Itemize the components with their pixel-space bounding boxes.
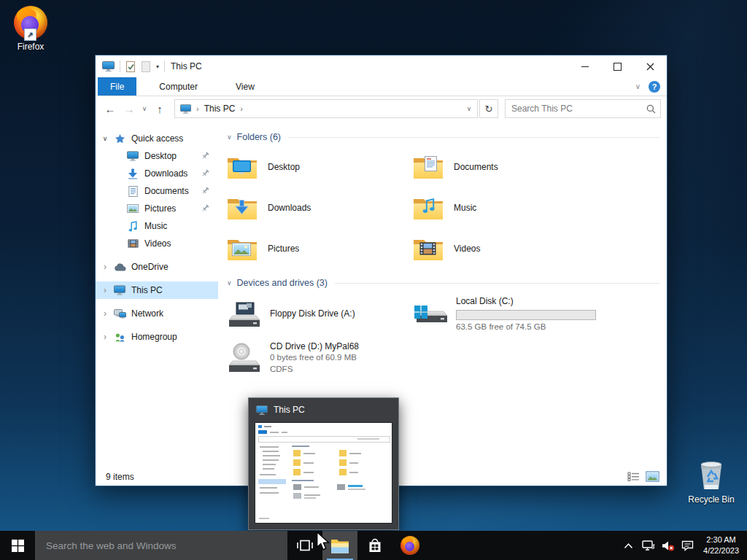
pictures-overlay-icon <box>232 243 251 256</box>
folder-tile-music[interactable]: Music <box>413 187 599 228</box>
cd-free-text: 0 bytes free of 60.9 MB <box>270 352 359 364</box>
sidebar-item-desktop[interactable]: Desktop <box>96 147 218 165</box>
maximize-button[interactable] <box>601 55 634 77</box>
system-tray: 2:30 AM 4/22/2023 <box>619 531 747 560</box>
details-view-button[interactable] <box>627 472 640 481</box>
desktop-icon-firefox[interactable]: ↗ Firefox <box>0 6 61 52</box>
sidebar-item-pictures[interactable]: Pictures <box>96 200 218 217</box>
recycle-bin-icon <box>696 459 727 492</box>
network-icon <box>114 309 126 319</box>
taskbar: 2:30 AM 4/22/2023 <box>0 531 747 560</box>
drive-tile-floppy-a[interactable]: Floppy Disk Drive (A:) <box>227 292 413 336</box>
start-button[interactable] <box>0 531 35 560</box>
desktop-icon-label: Firefox <box>0 42 61 52</box>
documents-icon <box>128 186 138 197</box>
sidebar-item-documents[interactable]: Documents <box>96 182 218 200</box>
address-bar[interactable]: › This PC › ∨ <box>174 99 478 118</box>
quick-access-star-icon <box>115 133 125 144</box>
chevron-down-icon[interactable]: ∨ <box>227 133 232 141</box>
taskbar-store-button[interactable] <box>357 531 392 560</box>
items-count: 9 items <box>106 472 134 482</box>
mouse-cursor <box>316 532 330 551</box>
chevron-down-icon[interactable]: ∨ <box>227 279 232 287</box>
help-button[interactable]: ? <box>649 81 660 93</box>
music-overlay-icon <box>422 198 435 214</box>
expand-ribbon-icon[interactable]: ∨ <box>635 82 640 90</box>
folder-tile-desktop[interactable]: Desktop <box>227 147 413 187</box>
tray-action-center-icon[interactable] <box>678 531 697 560</box>
large-icons-view-button[interactable] <box>646 471 659 482</box>
recent-locations-dropdown-icon[interactable]: ∨ <box>139 100 150 117</box>
this-pc-icon <box>180 104 191 114</box>
videos-overlay-icon <box>419 242 436 255</box>
explorer-search-box[interactable] <box>505 99 661 118</box>
folder-tile-documents[interactable]: Documents <box>413 147 599 187</box>
minimize-button[interactable] <box>568 55 601 77</box>
refresh-button[interactable]: ↻ <box>479 99 498 118</box>
back-button[interactable]: ← <box>101 100 119 117</box>
this-pc-icon <box>102 61 115 71</box>
navigation-pane: ∨ Quick access Desktop <box>96 121 218 467</box>
clock-date: 4/22/2023 <box>703 545 739 556</box>
breadcrumb-this-pc[interactable]: This PC <box>204 104 236 114</box>
folder-tile-videos[interactable]: Videos <box>413 228 599 269</box>
navigation-bar: ← → ∨ ↑ › This PC › ∨ ↻ <box>96 96 667 121</box>
chevron-right-icon[interactable]: › <box>101 332 109 342</box>
sidebar-item-network[interactable]: › Network <box>96 305 218 322</box>
properties-qat-icon[interactable] <box>125 61 136 72</box>
customize-qat-dropdown-icon[interactable]: ▾ <box>156 63 159 70</box>
taskbar-search-box[interactable] <box>35 531 287 560</box>
up-button[interactable]: ↑ <box>151 100 169 117</box>
taskbar-clock[interactable]: 2:30 AM 4/22/2023 <box>697 534 747 556</box>
windows-logo-icon <box>12 540 24 552</box>
desktop-overlay-icon <box>233 160 251 174</box>
tab-computer[interactable]: Computer <box>147 77 210 96</box>
tray-network-icon[interactable] <box>638 531 658 560</box>
pin-icon <box>201 152 209 162</box>
music-icon <box>128 221 137 232</box>
window-preview-thumbnail[interactable] <box>255 422 392 524</box>
sidebar-item-this-pc[interactable]: › This PC <box>96 281 218 299</box>
this-pc-icon <box>114 285 125 295</box>
ribbon-tabs: File Computer View ∨ ? <box>96 77 667 96</box>
desktop-icon-recycle-bin[interactable]: Recycle Bin <box>681 459 742 505</box>
drive-tile-local-c[interactable]: Local Disk (C:) 63.5 GB free of 74.5 GB <box>413 292 599 336</box>
chevron-right-icon[interactable]: › <box>101 262 109 272</box>
task-view-icon <box>297 540 313 551</box>
chevron-down-icon[interactable]: ∨ <box>101 135 109 142</box>
tab-file[interactable]: File <box>98 77 136 96</box>
breadcrumb-separator-icon[interactable]: › <box>240 104 243 113</box>
window-title: This PC <box>171 61 202 71</box>
onedrive-cloud-icon <box>114 263 126 271</box>
folder-tile-pictures[interactable]: Pictures <box>227 228 413 269</box>
tab-view[interactable]: View <box>223 77 267 96</box>
forward-button[interactable]: → <box>120 100 138 117</box>
folder-tile-downloads[interactable]: Downloads <box>227 187 413 228</box>
sidebar-item-onedrive[interactable]: › OneDrive <box>96 258 218 276</box>
documents-overlay-icon <box>425 156 437 171</box>
sidebar-item-quick-access[interactable]: ∨ Quick access <box>96 130 218 147</box>
search-icon <box>646 104 656 114</box>
close-button[interactable] <box>634 55 667 77</box>
sidebar-item-videos[interactable]: Videos <box>96 235 218 252</box>
address-dropdown-icon[interactable]: ∨ <box>461 105 477 112</box>
drive-tile-cd-d[interactable]: CD Drive (D:) MyPal68 0 bytes free of 60… <box>227 336 413 380</box>
close-icon <box>646 63 654 71</box>
sidebar-item-homegroup[interactable]: › Homegroup <box>96 328 218 346</box>
homegroup-icon <box>115 332 125 342</box>
taskbar-preview-popup[interactable]: This PC <box>248 397 399 530</box>
new-folder-qat-icon[interactable] <box>141 61 151 72</box>
taskbar-search-input[interactable] <box>44 540 278 552</box>
taskbar-firefox-button[interactable] <box>392 531 427 560</box>
chevron-right-icon[interactable]: › <box>101 308 109 319</box>
explorer-search-input[interactable] <box>510 103 646 114</box>
file-explorer-icon <box>330 538 349 553</box>
clock-time: 2:30 AM <box>703 534 739 545</box>
tray-volume-muted-icon[interactable] <box>658 531 678 560</box>
chevron-right-icon[interactable]: › <box>101 285 109 295</box>
desktop-icon <box>127 151 139 161</box>
sidebar-item-music[interactable]: Music <box>96 217 218 235</box>
tray-chevron-up-icon[interactable] <box>619 531 638 560</box>
downloads-icon <box>128 168 138 179</box>
sidebar-item-downloads[interactable]: Downloads <box>96 165 218 182</box>
